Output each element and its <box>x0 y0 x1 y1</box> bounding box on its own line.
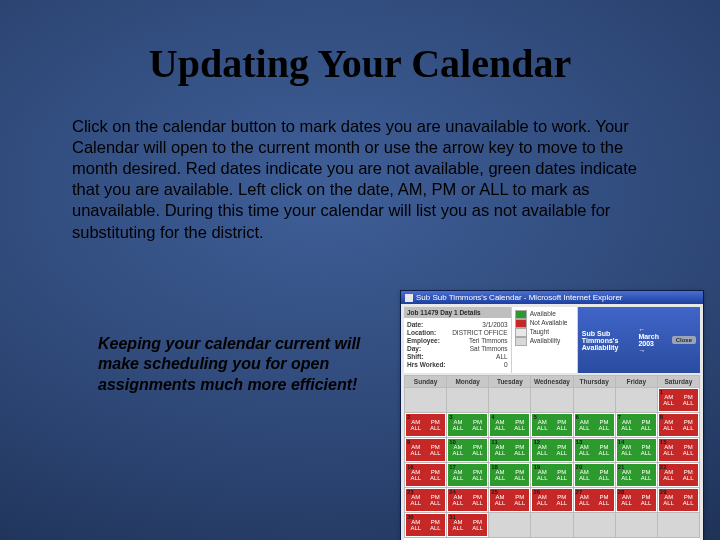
calendar-cell[interactable]: 27AMALLPMALL <box>573 488 615 513</box>
cell-pm[interactable]: PMALL <box>594 414 614 436</box>
detail-key: Employee: <box>407 337 440 344</box>
day-number: 27 <box>576 489 583 495</box>
cell-pm[interactable]: PMALL <box>510 489 530 511</box>
next-month-icon[interactable]: → <box>636 347 647 354</box>
job-details-header: Job 11479 Day 1 Details <box>404 307 511 318</box>
cell-pm[interactable]: PMALL <box>510 439 530 461</box>
calendar-cell[interactable]: 24AMALLPMALL <box>447 488 489 513</box>
detail-key: Location: <box>407 329 436 336</box>
calendar-cell[interactable]: 4AMALLPMALL <box>489 413 531 438</box>
availability-title: Sub Sub Timmons's Availability <box>582 330 637 351</box>
day-number: 13 <box>576 439 583 445</box>
cell-pm[interactable]: PMALL <box>636 489 656 511</box>
cell-pm[interactable]: PMALL <box>468 439 488 461</box>
calendar-cell[interactable]: 26AMALLPMALL <box>531 488 573 513</box>
calendar-cell[interactable]: 17AMALLPMALL <box>447 463 489 488</box>
day-number: 2 <box>407 414 410 420</box>
cell-pm[interactable]: PMALL <box>636 439 656 461</box>
cell-pm[interactable]: PMALL <box>636 414 656 436</box>
day-number: 10 <box>449 439 456 445</box>
calendar-cell[interactable]: 12AMALLPMALL <box>531 438 573 463</box>
detail-key: Day: <box>407 345 421 352</box>
cell-pm[interactable]: PMALL <box>594 464 614 486</box>
legend-swatch <box>515 319 527 328</box>
calendar-cell <box>447 388 489 413</box>
calendar-cell[interactable]: 11AMALLPMALL <box>489 438 531 463</box>
cell-pm[interactable]: PMALL <box>552 464 572 486</box>
cell-pm[interactable]: PMALL <box>426 414 446 436</box>
day-number: 30 <box>407 514 414 520</box>
day-number: 29 <box>660 489 667 495</box>
body-text: Click on the calendar button to mark dat… <box>72 116 648 243</box>
calendar-cell[interactable]: 8AMALLPMALL <box>657 413 699 438</box>
weekday-header: Sunday <box>405 376 447 388</box>
cell-pm[interactable]: PMALL <box>468 489 488 511</box>
cell-pm[interactable]: PMALL <box>468 414 488 436</box>
cell-pm[interactable]: PMALL <box>678 464 698 486</box>
calendar-cell[interactable]: 13AMALLPMALL <box>573 438 615 463</box>
calendar-cell[interactable]: 3AMALLPMALL <box>447 413 489 438</box>
calendar-cell[interactable]: 30AMALLPMALL <box>405 513 447 538</box>
cell-pm[interactable]: PMALL <box>594 489 614 511</box>
close-button[interactable]: Close <box>672 336 696 344</box>
calendar-cell[interactable]: 21AMALLPMALL <box>615 463 657 488</box>
detail-row: Employee:Teri Timmons <box>407 337 508 344</box>
cell-pm[interactable]: PMALL <box>678 389 698 411</box>
day-number: 14 <box>618 439 625 445</box>
cell-pm[interactable]: PMALL <box>468 514 488 536</box>
cell-pm[interactable]: PMALL <box>426 439 446 461</box>
cell-pm[interactable]: PMALL <box>552 439 572 461</box>
cell-pm[interactable]: PMALL <box>510 414 530 436</box>
cell-pm[interactable]: PMALL <box>594 439 614 461</box>
cell-pm[interactable]: PMALL <box>552 489 572 511</box>
day-number: 8 <box>660 414 663 420</box>
calendar-cell[interactable]: 15AMALLPMALL <box>657 438 699 463</box>
calendar-cell[interactable]: 7AMALLPMALL <box>615 413 657 438</box>
detail-key: Shift: <box>407 353 424 360</box>
calendar-cell <box>573 388 615 413</box>
slide-title: Updating Your Calendar <box>0 40 720 87</box>
day-number: 23 <box>407 489 414 495</box>
cell-pm[interactable]: PMALL <box>426 514 446 536</box>
detail-row: Location:DISTRICT OFFICE <box>407 329 508 336</box>
calendar-cell[interactable]: 28AMALLPMALL <box>615 488 657 513</box>
cell-pm[interactable]: PMALL <box>552 414 572 436</box>
calendar-cell[interactable]: 25AMALLPMALL <box>489 488 531 513</box>
cell-pm[interactable]: PMALL <box>678 489 698 511</box>
calendar-cell[interactable]: 22AMALLPMALL <box>657 463 699 488</box>
detail-value: DISTRICT OFFICE <box>452 329 508 336</box>
calendar-cell[interactable]: 18AMALLPMALL <box>489 463 531 488</box>
prev-month-icon[interactable]: ← <box>636 326 647 333</box>
calendar-cell <box>531 513 573 538</box>
cell-pm[interactable]: PMALL <box>678 439 698 461</box>
calendar-cell <box>615 388 657 413</box>
calendar-cell[interactable]: 10AMALLPMALL <box>447 438 489 463</box>
cell-pm[interactable]: PMALL <box>510 464 530 486</box>
calendar-cell[interactable]: 31AMALLPMALL <box>447 513 489 538</box>
calendar-cell[interactable]: 16AMALLPMALL <box>405 463 447 488</box>
calendar-cell[interactable]: 9AMALLPMALL <box>405 438 447 463</box>
legend-item: Taught <box>515 328 574 337</box>
calendar-cell[interactable]: 6AMALLPMALL <box>573 413 615 438</box>
calendar-cell[interactable]: 5AMALLPMALL <box>531 413 573 438</box>
calendar-cell[interactable]: 19AMALLPMALL <box>531 463 573 488</box>
weekday-header: Thursday <box>573 376 615 388</box>
calendar-cell[interactable]: 20AMALLPMALL <box>573 463 615 488</box>
calendar-cell[interactable]: 23AMALLPMALL <box>405 488 447 513</box>
calendar-cell[interactable]: 14AMALLPMALL <box>615 438 657 463</box>
legend-swatch <box>515 310 527 319</box>
calendar-cell[interactable]: 2AMALLPMALL <box>405 413 447 438</box>
detail-value: ALL <box>496 353 508 360</box>
cell-pm[interactable]: PMALL <box>468 464 488 486</box>
detail-row: Day:Sat Timmons <box>407 345 508 352</box>
cell-pm[interactable]: PMALL <box>426 489 446 511</box>
calendar-cell[interactable]: 1AMALLPMALL <box>657 388 699 413</box>
cell-pm[interactable]: PMALL <box>426 464 446 486</box>
cell-pm[interactable]: PMALL <box>678 414 698 436</box>
calendar-cell[interactable]: 29AMALLPMALL <box>657 488 699 513</box>
legend-item: Available <box>515 310 574 319</box>
detail-value: 0 <box>504 361 508 368</box>
cell-pm[interactable]: PMALL <box>636 464 656 486</box>
legend-item: Availability <box>515 337 574 346</box>
legend-panel: AvailableNot AvailableTaughtAvailability <box>512 307 578 373</box>
